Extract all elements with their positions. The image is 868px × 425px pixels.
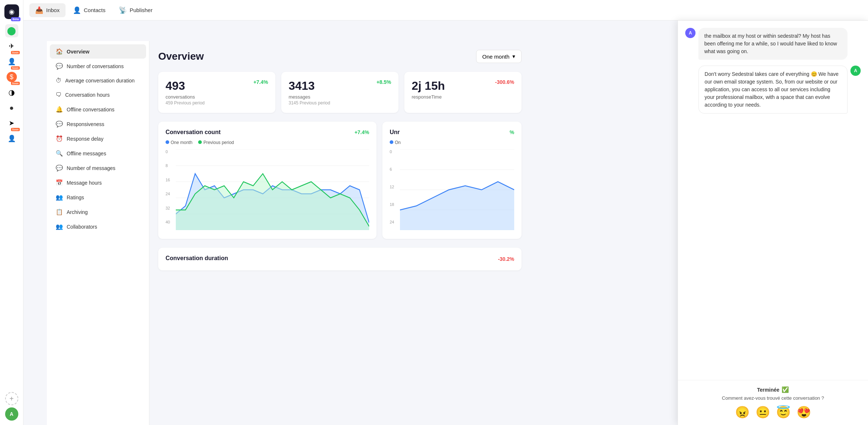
sidebar-item-collaborators-label: Collaborators	[67, 224, 97, 230]
nav-chat[interactable]: ●	[5, 101, 18, 114]
y-axis-unr: 24181260	[390, 149, 398, 232]
message-hours-icon: 📅	[56, 179, 63, 186]
soon-badge-contacts: Soon	[11, 66, 20, 70]
page-title: Overview	[158, 51, 204, 62]
stat-card-responsetime: 2j 15h -300.6% responseTime	[404, 72, 522, 113]
stat-change-conversations: +7.4%	[253, 79, 268, 85]
sidebar: 🏠 Overview 💬 Number of conversations ⏱ A…	[47, 41, 149, 425]
sidebar-item-ratings[interactable]: 👥 Ratings	[50, 190, 146, 204]
message-bubble-received-1: the mailbox at my host or within sedestr…	[698, 28, 847, 60]
page-header: Overview One month ▾	[158, 50, 522, 63]
bottom-stat-title: Conversation duration	[166, 255, 228, 262]
stats-row: 493 +7.4% conversations 459 Previous per…	[158, 72, 522, 113]
beta-badge: Béta	[11, 17, 20, 21]
stat-label-responsetime: responseTime	[412, 94, 514, 100]
sidebar-item-message-hours[interactable]: 📅 Message hours	[50, 175, 146, 190]
sidebar-item-response-delay[interactable]: ⏰ Response delay	[50, 132, 146, 146]
svg-marker-7	[176, 174, 369, 230]
sidebar-item-overview-label: Overview	[67, 49, 89, 55]
response-delay-icon: ⏰	[56, 135, 63, 142]
chevron-down-icon: ▾	[512, 53, 515, 60]
num-messages-icon: 💬	[56, 165, 63, 171]
nav-contacts[interactable]: 👤 Soon	[5, 55, 18, 68]
stat-value-conversations: 493	[166, 79, 185, 93]
message-avatar-received-1: A	[685, 28, 695, 38]
sidebar-item-offline-msg-label: Offline messages	[67, 151, 106, 156]
avg-duration-icon: ⏱	[56, 77, 62, 84]
sidebar-item-num-conversations[interactable]: 💬 Number of conversations	[50, 59, 146, 73]
nav-user[interactable]: 👤	[5, 132, 18, 145]
nav-overview[interactable]: ⬤	[5, 24, 18, 37]
message-avatar-sent-1: A	[850, 66, 861, 76]
tab-publisher[interactable]: 📡 Publisher	[113, 3, 159, 17]
conversation-footer: Terminée ✅ Comment avez-vous trouvé cett…	[678, 380, 868, 425]
sidebar-item-message-hours-label: Message hours	[67, 180, 102, 186]
chart-legend-unr: On	[390, 140, 514, 145]
legend-prev-period: Previous period	[203, 140, 234, 145]
legend-one-month: One month	[171, 140, 192, 145]
period-label: One month	[482, 53, 509, 60]
emoji-angel[interactable]: 😇	[776, 405, 791, 419]
nav-arrow[interactable]: ➤ Soon	[5, 117, 18, 130]
chart-title-conv-count: Conversation count	[166, 129, 220, 136]
nav-dollar[interactable]: $ Soon	[5, 70, 18, 84]
nav-analytics[interactable]: ◑	[5, 86, 18, 99]
conv-hours-icon: 🗨	[56, 92, 62, 98]
sidebar-item-offline-conv-label: Offline conversations	[67, 107, 114, 112]
ratings-icon: 👥	[56, 194, 63, 201]
message-row-received-1: A the mailbox at my host or within sedes…	[685, 28, 861, 60]
archiving-icon: 📋	[56, 208, 63, 215]
sidebar-item-overview[interactable]: 🏠 Overview	[50, 44, 146, 59]
period-selector[interactable]: One month ▾	[476, 50, 522, 63]
terminee-badge: Terminée ✅	[757, 386, 789, 393]
sidebar-item-response-delay-label: Response delay	[67, 136, 103, 142]
icon-bar: ◉ Béta ⬤ ✈ Soon 👤 Soon $ Soon ◑ ● ➤ Soon…	[0, 0, 23, 425]
sidebar-item-responsiveness[interactable]: 💬 Responsiveness	[50, 117, 146, 131]
tab-inbox[interactable]: 📥 Inbox	[29, 3, 66, 17]
tab-contacts[interactable]: 👤 Contacts	[67, 3, 111, 17]
charts-row: Conversation count +7.4% One month Previ…	[158, 122, 522, 239]
sidebar-item-responsiveness-label: Responsiveness	[67, 121, 104, 127]
emoji-neutral[interactable]: 😐	[756, 405, 770, 419]
sidebar-item-conv-hours[interactable]: 🗨 Conversation hours	[50, 88, 146, 102]
chart-card-conv-count: Conversation count +7.4% One month Previ…	[158, 122, 376, 239]
overview-icon: 🏠	[56, 48, 63, 55]
user-avatar[interactable]: A	[5, 407, 18, 421]
stat-card-messages: 3413 +8.5% messages 3145 Previous period	[281, 72, 398, 113]
stat-prev-messages: 3145 Previous period	[289, 100, 391, 106]
tab-contacts-label: Contacts	[84, 7, 105, 13]
stat-value-responsetime: 2j 15h	[412, 79, 445, 93]
sidebar-item-archiving[interactable]: 📋 Archiving	[50, 205, 146, 219]
soon-badge-send: Soon	[11, 51, 20, 54]
bottom-stat-change: -30.2%	[498, 256, 514, 262]
chart-title-unr: Unr	[390, 129, 400, 136]
chart-svg-unr	[400, 149, 514, 232]
app-logo[interactable]: ◉ Béta	[4, 4, 19, 19]
sidebar-item-collaborators[interactable]: 👥 Collaborators	[50, 219, 146, 234]
sidebar-item-avg-duration[interactable]: ⏱ Average conversation duration	[50, 74, 146, 88]
stat-change-messages: +8.5%	[376, 79, 391, 85]
collaborators-icon: 👥	[56, 223, 63, 230]
conversation-messages: A the mailbox at my host or within sedes…	[678, 21, 868, 380]
sidebar-item-offline-msg[interactable]: 🔍 Offline messages	[50, 146, 146, 160]
soon-badge-dollar: Soon	[11, 82, 20, 85]
stat-label-conversations: conversations	[166, 94, 268, 100]
sidebar-item-num-messages-label: Number of messages	[67, 165, 115, 171]
soon-badge-arrow: Soon	[11, 128, 20, 131]
sidebar-item-offline-conv[interactable]: 🔔 Offline conversations	[50, 102, 146, 117]
chart-card-unr: Unr % On 24181260	[382, 122, 522, 239]
stat-prev-conversations: 459 Previous period	[166, 100, 268, 106]
conversation-overlay: A the mailbox at my host or within sedes…	[678, 21, 868, 425]
sidebar-item-num-messages[interactable]: 💬 Number of messages	[50, 161, 146, 175]
stat-card-conversations: 493 +7.4% conversations 459 Previous per…	[158, 72, 275, 113]
add-workspace-button[interactable]: +	[5, 392, 18, 405]
emoji-love[interactable]: 😍	[797, 405, 811, 419]
emoji-angry[interactable]: 😠	[735, 405, 750, 419]
tab-inbox-label: Inbox	[46, 7, 60, 13]
main-content: Overview One month ▾ 493 +7.4% conversat…	[149, 41, 530, 425]
check-icon: ✅	[782, 386, 789, 393]
message-bubble-sent-1: Don't worry Sedestral takes care of ever…	[698, 66, 847, 114]
num-conversations-icon: 💬	[56, 63, 63, 70]
y-axis-conv: 4032241680	[166, 149, 174, 232]
nav-send[interactable]: ✈ Soon	[5, 40, 18, 53]
